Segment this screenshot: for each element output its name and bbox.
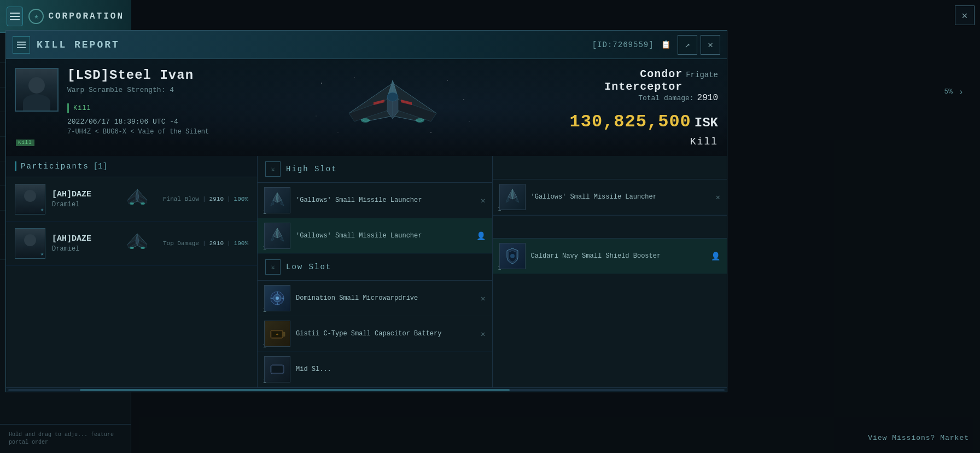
participant-ship-2: Dramiel — [52, 245, 112, 253]
fitting-name-1: 'Gallows' Small Missile Launcher — [296, 196, 475, 205]
fittings-right: 1 'Gallows' Small Missile Launcher ✕ — [493, 156, 727, 387]
fitting-name-low-3: Mid Sl... — [296, 365, 486, 374]
ship-visual — [229, 68, 556, 147]
right-fitting-icon-1 — [499, 184, 526, 210]
participant-avatar-1: ★ — [15, 184, 45, 214]
section-header-bar — [15, 161, 16, 171]
kill-location: 7-UH4Z < BUG6-X < Vale of the Silent — [67, 128, 220, 136]
modal-id: [ID:7269559] 📋 — [592, 40, 671, 49]
right-equipped-icon-shield: 👤 — [711, 252, 720, 261]
kill-date: 2022/06/17 18:39:06 UTC -4 — [67, 118, 220, 126]
svg-rect-52 — [272, 366, 283, 373]
high-slot-title: High Slot — [286, 165, 337, 173]
high-slot-item-1: 1 'Gallows' Small Missile Launcher ✕ — [258, 183, 492, 218]
svg-point-24 — [130, 202, 134, 205]
svg-point-8 — [337, 132, 338, 132]
right-slot-item-shield: 1 Caldari Navy Small Shield Booster 👤 — [493, 239, 727, 274]
fitting-name-low-1: Domination Small Microwarpdrive — [296, 294, 475, 303]
participant-ship-icon-2 — [121, 231, 154, 255]
modal-menu-button[interactable] — [13, 36, 30, 54]
scrollbar-thumb[interactable] — [80, 389, 510, 391]
total-damage-label: Total damage: — [638, 94, 693, 102]
pilot-avatar — [15, 68, 59, 112]
pilot-name: [LSD]Steel Ivan — [67, 68, 220, 83]
copy-icon[interactable]: 📋 — [661, 40, 671, 49]
participant-row-2: ★ [AH]DAZE Dramiel — [6, 222, 257, 266]
svg-point-3 — [447, 80, 448, 81]
fitting-icon-missile-2 — [264, 223, 290, 249]
scrollbar-track[interactable] — [8, 389, 725, 391]
low-slot-item-1: 1 Domination Small Microwarpdrive — [258, 281, 492, 316]
svg-point-14 — [361, 118, 370, 123]
total-damage-value: 2910 — [697, 93, 718, 103]
external-link-button[interactable]: ↗ — [678, 35, 697, 55]
corp-icon: ★ — [28, 9, 44, 24]
kill-badge: Kill — [67, 103, 96, 113]
svg-point-5 — [316, 115, 316, 116]
percent-badge: 5% — [944, 88, 953, 96]
svg-text:+: + — [276, 332, 279, 337]
scrollbar-area[interactable] — [6, 387, 727, 392]
fitting-icon-missile-1 — [264, 187, 290, 213]
kill-type-label: Kill — [565, 136, 718, 147]
pilot-avatar-image — [16, 69, 57, 111]
low-slot-icon: ⚔ — [265, 259, 281, 275]
svg-point-15 — [416, 118, 424, 123]
ship-type: Frigate — [686, 71, 718, 79]
participant-stats-1: Final Blow | 2910 | 100% — [163, 196, 248, 202]
participants-title: Participants — [21, 162, 89, 171]
fitting-close-low-2[interactable]: ✕ — [481, 329, 485, 339]
high-slot-header: ⚔ High Slot — [258, 156, 492, 183]
svg-rect-48 — [283, 332, 285, 336]
participant-ship-icon-1 — [121, 187, 154, 211]
modal-close-button[interactable]: ✕ — [701, 35, 720, 55]
svg-point-30 — [130, 247, 134, 249]
high-slot-spacer — [493, 156, 727, 179]
isk-value: 130,825,500 — [570, 112, 691, 132]
pilot-avatar-container: Kill — [15, 68, 59, 147]
right-missile-svg-1 — [503, 187, 522, 207]
participant-name-1: [AH]DAZE — [52, 190, 112, 199]
sidebar-menu-button[interactable] — [7, 7, 23, 26]
svg-marker-56 — [516, 197, 519, 202]
svg-point-42 — [276, 297, 279, 300]
high-slot-icon: ⚔ — [265, 161, 281, 177]
kill-report-modal: KILL REPORT [ID:7269559] 📋 ↗ ✕ Kill [LSD… — [5, 30, 727, 392]
final-blow-row: Final Blow | 2910 | 100% — [163, 196, 248, 202]
star-badge-1: ★ — [40, 206, 44, 213]
isk-label: ISK — [695, 115, 718, 130]
participants-section: Participants [1] ★ [AH]DAZE Dramiel — [6, 156, 258, 387]
star-badge-2: ★ — [40, 251, 44, 257]
fitting-icon-battery: + — [264, 321, 290, 347]
modal-title: KILL REPORT — [37, 39, 586, 50]
right-slot-item-1: 1 'Gallows' Small Missile Launcher ✕ — [493, 179, 727, 215]
participant-row: ★ [AH]DAZE Dramiel — [6, 177, 257, 222]
svg-marker-55 — [506, 197, 509, 202]
kill-stats: Condor Interceptor Frigate Total damage:… — [565, 68, 718, 147]
participant-stats-2: Top Damage | 2910 | 100% — [163, 240, 248, 247]
pilot-warp-scramble: Warp Scramble Strength: 4 — [67, 86, 220, 94]
sidebar-footer: Hold and drag to adju... feature portal … — [0, 424, 131, 453]
right-fitting-close-1[interactable]: ✕ — [716, 193, 720, 202]
low-slot-spacer — [493, 215, 727, 239]
svg-marker-35 — [281, 200, 284, 206]
ship-class-name: Condor Interceptor — [565, 68, 682, 93]
fitting-icon-drive — [264, 285, 290, 311]
svg-point-25 — [141, 202, 145, 205]
main-close-button[interactable]: ✕ — [955, 5, 975, 25]
fitting-close-low-1[interactable]: ✕ — [481, 294, 485, 303]
equipped-icon-2: 👤 — [476, 231, 486, 241]
fitting-icon-mid — [264, 356, 290, 382]
right-fitting-name-shield: Caldari Navy Small Shield Booster — [531, 252, 706, 261]
right-fitting-name-1: 'Gallows' Small Missile Launcher — [531, 193, 710, 202]
sidebar-header: ★ CORPORATION — [0, 0, 131, 33]
fitting-name-low-2: Gistii C-Type Small Capacitor Battery — [296, 329, 475, 339]
fittings-section: ⚔ High Slot 1 'Gallows' Small Miss — [258, 156, 727, 387]
arrow-right-icon[interactable]: › — [958, 88, 964, 97]
view-missions-link[interactable]: View Missions? Market — [868, 434, 969, 442]
battery-svg: + — [267, 324, 287, 344]
fitting-close-1[interactable]: ✕ — [481, 196, 485, 205]
svg-marker-34 — [271, 200, 274, 206]
top-damage-row: Top Damage | 2910 | 100% — [163, 240, 248, 247]
svg-point-7 — [430, 132, 431, 133]
